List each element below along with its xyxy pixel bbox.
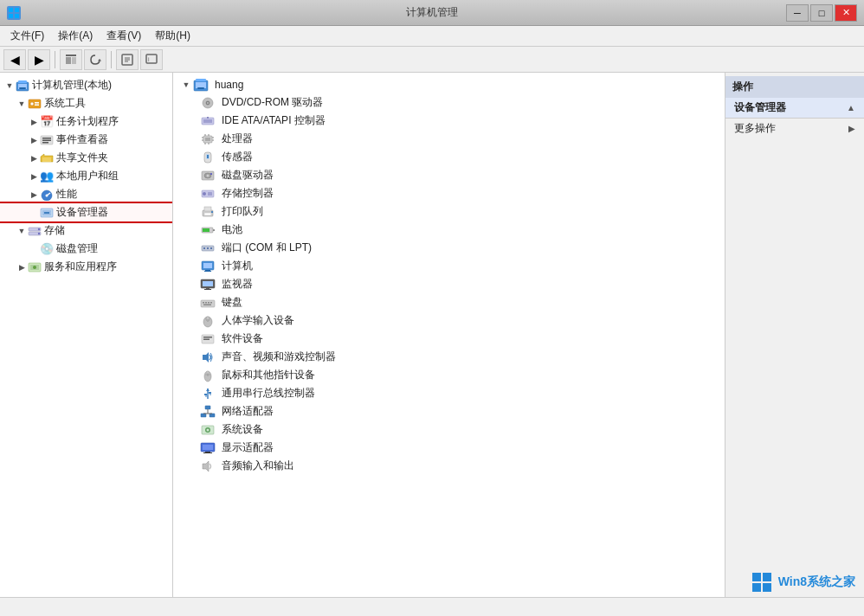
mid-network[interactable]: 网络适配器 [173,402,725,420]
tree-storage[interactable]: ▼ 存储 [0,221,172,240]
svg-rect-90 [205,302,207,304]
svg-rect-1 [15,8,19,12]
mid-storage-ctrl[interactable]: 存储控制器 [173,184,725,202]
mid-audio[interactable]: 声音、视频和游戏控制器 [173,348,725,366]
services-label: 服务和应用程序 [44,260,117,274]
mid-sensor[interactable]: 传感器 [173,148,725,166]
svg-rect-85 [203,281,213,286]
svg-rect-114 [210,414,215,417]
right-action-more[interactable]: 更多操作 ▶ [725,119,864,138]
svg-rect-91 [208,302,210,304]
mid-root[interactable]: ▼ huang [173,76,725,93]
svg-rect-88 [201,300,215,307]
svg-rect-2 [9,14,13,18]
mid-display[interactable]: 显示适配器 [173,439,725,457]
mid-monitor[interactable]: 监视器 [173,275,725,293]
svg-rect-124 [203,452,212,453]
main-area: ▼ 计算机管理(本地) ▼ [0,73,864,597]
mid-battery[interactable]: 电池 [173,221,725,239]
menu-help[interactable]: 帮助(H) [148,27,197,45]
close-button[interactable]: ✕ [835,4,857,22]
cpu-label: 处理器 [222,132,253,146]
usb-icon [199,387,216,401]
svg-rect-4 [66,55,76,56]
hid-icon [199,314,216,328]
mid-dvd[interactable]: DVD/CD-ROM 驱动器 [173,93,725,112]
tree-shared-folders[interactable]: ▶ 共享文件夹 [0,149,172,167]
devmgr-label: 设备管理器 [56,205,108,220]
mouse-label: 鼠标和其他指针设备 [222,368,315,382]
forward-button[interactable]: ▶ [28,49,50,70]
share-label: 共享文件夹 [56,151,108,165]
mid-printer[interactable]: 打印队列 [173,202,725,221]
mid-usb[interactable]: 通用串行总线控制器 [173,384,725,402]
mid-audio-io[interactable]: 音频输入和输出 [173,457,725,475]
mid-hid[interactable]: 人体学输入设备 [173,311,725,330]
win8-cell-2 [763,573,771,581]
right-action-devmgr-arrow: ▲ [847,103,855,112]
tree-system-tools[interactable]: ▼ 系统工具 [0,94,172,112]
right-action-devmgr[interactable]: 设备管理器 ▲ [725,98,864,119]
svg-rect-17 [19,87,26,89]
mid-computer[interactable]: 计算机 [173,257,725,275]
tree-device-manager[interactable]: 设备管理器 [0,203,172,221]
cpu-icon [199,132,216,146]
svg-rect-25 [42,142,48,144]
svg-point-79 [210,247,212,249]
event-label: 事件查看器 [56,132,108,147]
svg-rect-61 [207,155,209,158]
perf-icon [40,188,54,202]
mid-system-dev[interactable]: 系统设备 [173,420,725,439]
mid-disk[interactable]: 磁盘驱动器 [173,166,725,184]
svg-point-38 [33,266,36,269]
svg-rect-93 [203,304,211,305]
mid-software-dev[interactable]: 软件设备 [173,330,725,348]
mid-cpu[interactable]: 处理器 [173,130,725,148]
back-button[interactable]: ◀ [3,49,26,70]
svg-point-78 [207,247,209,249]
right-action-devmgr-label: 设备管理器 [734,100,786,115]
properties-button[interactable] [116,49,139,70]
help-button[interactable]: i [140,49,163,70]
mid-ide[interactable]: IDE ATA/ATAPI 控制器 [173,112,725,130]
svg-marker-125 [203,461,209,472]
svg-point-67 [203,192,206,196]
svg-rect-65 [210,173,212,175]
tree-event-viewer[interactable]: ▶ 事件查看器 [0,131,172,149]
tree-local-users[interactable]: ▶ 👥 本地用户和组 [0,167,172,185]
mid-root-arrow: ▼ [180,80,192,89]
minimize-button[interactable]: ─ [786,4,809,22]
svg-rect-24 [42,139,51,141]
maximize-button[interactable]: □ [810,4,833,22]
svg-rect-100 [203,338,210,340]
services-icon [28,260,42,274]
network-icon [199,405,216,419]
mid-keyboard[interactable]: 键盘 [173,293,725,311]
mid-mouse[interactable]: 鼠标和其他指针设备 [173,366,725,384]
tree-disk-management[interactable]: 💿 磁盘管理 [0,240,172,258]
svg-rect-72 [211,211,213,213]
menu-view[interactable]: 查看(V) [100,27,148,45]
menu-action[interactable]: 操作(A) [51,27,100,45]
system-tools-label: 系统工具 [44,96,86,111]
svg-rect-6 [72,57,76,64]
tree-task-scheduler[interactable]: ▶ 📅 任务计划程序 [0,112,172,131]
mid-port[interactable]: 端口 (COM 和 LPT) [173,239,725,257]
refresh-button[interactable] [84,49,106,70]
keyboard-label: 键盘 [222,295,242,310]
disk2-icon [199,169,216,183]
users-arrow: ▶ [28,172,40,181]
system-dev-label: 系统设备 [222,422,263,437]
tree-performance[interactable]: ▶ 性能 [0,185,172,203]
menu-file[interactable]: 文件(F) [3,27,51,45]
tree-root[interactable]: ▼ 计算机管理(本地) [0,76,172,94]
app-icon [7,6,21,20]
menu-bar: 文件(F) 操作(A) 查看(V) 帮助(H) [0,26,864,47]
disk-label: 磁盘管理 [56,241,98,256]
display-label: 显示适配器 [222,440,274,455]
share-arrow: ▶ [28,154,40,163]
up-button[interactable] [60,49,82,70]
users-icon: 👥 [40,170,54,183]
tree-services[interactable]: ▶ 服务和应用程序 [0,258,172,276]
win8-grid-icon [752,573,771,592]
